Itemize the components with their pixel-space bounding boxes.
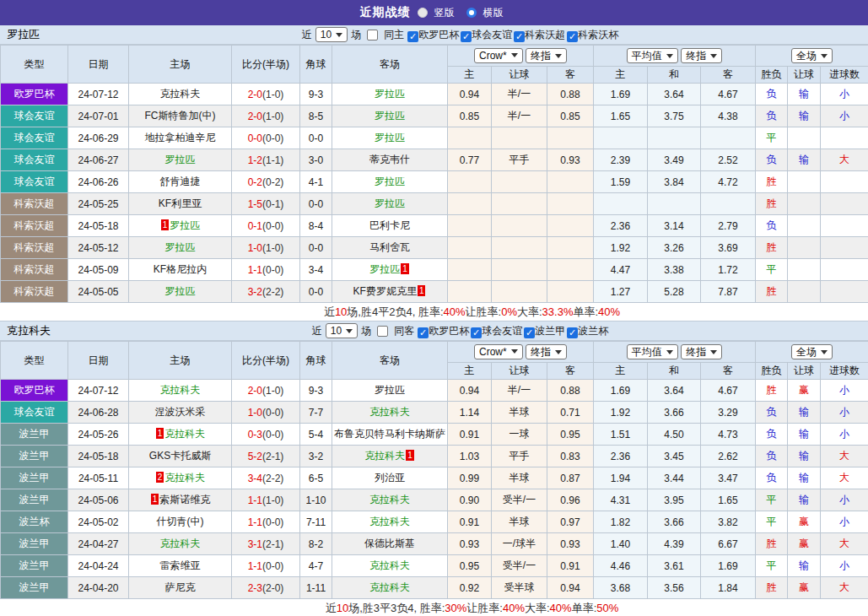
home-team-link[interactable]: 涅波沃米采	[155, 406, 206, 418]
away-team-link[interactable]: 克拉科夫	[369, 494, 410, 505]
horizontal-layout-label[interactable]: 横版	[483, 6, 504, 20]
home-team-link[interactable]: FC斯特鲁加(中)	[145, 110, 216, 122]
home-team-link[interactable]: 克拉科夫	[160, 384, 201, 396]
league-checkbox[interactable]: ✓	[471, 327, 482, 338]
home-team-link[interactable]: 索斯诺维克	[159, 494, 210, 505]
home-team-link[interactable]: 克拉科夫	[164, 428, 205, 440]
odds-home: 0.92	[448, 577, 492, 599]
match-date: 24-04-20	[68, 577, 129, 599]
home-cell: 舒肯迪捷	[129, 171, 232, 193]
league-checkbox[interactable]: ✓	[514, 31, 525, 42]
fulltime-score: 3-2	[248, 286, 262, 298]
home-team-link[interactable]: 舒肯迪捷	[160, 176, 201, 187]
away-team-link[interactable]: KF费罗妮克里	[353, 285, 417, 297]
league-checkbox[interactable]: ✓	[567, 31, 578, 42]
league-checkbox-label[interactable]: 球会友谊	[472, 29, 512, 41]
away-team-link[interactable]: 克拉科夫	[369, 406, 410, 418]
subcol-handicap: 让球	[492, 67, 547, 84]
match-count-select[interactable]: 10	[315, 27, 348, 42]
average-type-select[interactable]: 终指	[681, 48, 722, 63]
home-team-link[interactable]: 萨尼克	[165, 581, 196, 593]
away-team-link[interactable]: 蒂克韦什	[369, 154, 410, 165]
league-checkbox-label[interactable]: 波兰杯	[578, 325, 608, 337]
average-select[interactable]: 平均值	[627, 344, 678, 359]
scope-select[interactable]: 全场	[791, 344, 833, 359]
match-count-select[interactable]: 10	[326, 323, 358, 338]
away-team-link[interactable]: 克拉科夫	[364, 450, 405, 462]
league-checkbox-label[interactable]: 科索沃超	[525, 29, 565, 41]
home-team-link[interactable]: 什切青(中)	[157, 516, 204, 527]
average-select[interactable]: 平均值	[627, 48, 678, 63]
away-team-link[interactable]: 罗拉匹	[375, 197, 405, 209]
league-checkbox[interactable]: ✓	[567, 327, 578, 338]
home-cell: 2克拉科夫	[129, 467, 232, 489]
away-team-link[interactable]: 列治亚	[375, 472, 405, 484]
same-venue-label[interactable]: 同客	[394, 324, 414, 338]
corner-cell: 3-4	[300, 259, 332, 281]
league-checkbox[interactable]: ✓	[407, 31, 418, 42]
match-count-value: 10	[331, 325, 342, 337]
home-team-link[interactable]: GKS卡托威斯	[149, 450, 211, 462]
score-cell: 3-4(2-2)	[232, 467, 300, 489]
score-cell: 1-1(1-0)	[232, 489, 300, 511]
home-team-link[interactable]: 雷索维亚	[160, 559, 201, 571]
league-checkbox-label[interactable]: 球会友谊	[482, 325, 522, 337]
league-checkbox[interactable]: ✓	[524, 327, 535, 338]
same-venue-label[interactable]: 同主	[384, 28, 404, 42]
away-team-link[interactable]: 巴利卡尼	[369, 219, 410, 231]
result-handicap: 输	[788, 105, 821, 127]
league-checkbox[interactable]: ✓	[418, 327, 429, 338]
vertical-layout-radio[interactable]	[418, 8, 428, 18]
odds-company-select[interactable]: Crow*	[474, 344, 523, 359]
home-team-link[interactable]: KF格尼拉内	[154, 263, 207, 275]
away-team-link[interactable]: 罗拉匹	[375, 176, 405, 187]
home-team-link[interactable]: 克拉科夫	[160, 88, 201, 100]
odds-type-select[interactable]: 终指	[526, 48, 567, 63]
odds-type-select[interactable]: 终指	[526, 344, 567, 359]
away-team-link[interactable]: 克拉科夫	[369, 559, 410, 571]
league-checkbox-label[interactable]: 波兰甲	[535, 325, 565, 337]
league-checkbox-label[interactable]: 科索沃杯	[578, 29, 618, 41]
home-team-link[interactable]: KF利里亚	[159, 197, 202, 209]
team-section: 罗拉匹 近 10 场 同主 ✓欧罗巴杯 ✓球会友谊 ✓科索沃超 ✓科索沃杯	[0, 25, 868, 322]
games-label: 场	[361, 324, 371, 338]
league-checkbox[interactable]: ✓	[461, 31, 472, 42]
away-team-link[interactable]: 马利舍瓦	[369, 241, 410, 253]
away-team-link[interactable]: 保德比斯基	[364, 538, 415, 549]
fulltime-score: 5-2	[248, 451, 262, 462]
col-corner: 角球	[300, 342, 332, 380]
home-cell: KF格尼拉内	[129, 259, 232, 281]
home-team-link[interactable]: 罗拉匹	[165, 241, 196, 253]
home-team-link[interactable]: 克拉科夫	[164, 472, 205, 484]
match-count-value: 10	[321, 29, 332, 41]
vertical-layout-label[interactable]: 竖版	[434, 6, 455, 20]
average-type-select[interactable]: 终指	[681, 344, 722, 359]
away-team-link[interactable]: 罗拉匹	[375, 132, 405, 143]
home-team-link[interactable]: 克拉科夫	[160, 538, 201, 549]
league-checkbox-label[interactable]: 欧罗巴杯	[429, 325, 469, 337]
odds-company-select[interactable]: Crow*	[474, 48, 523, 63]
same-venue-checkbox[interactable]	[367, 30, 378, 41]
away-team-link[interactable]: 罗拉匹	[375, 88, 405, 100]
home-team-link[interactable]: 罗拉匹	[165, 285, 196, 297]
avg-home: 1.51	[594, 424, 648, 446]
horizontal-layout-radio[interactable]	[466, 8, 477, 18]
home-team-link[interactable]: 罗拉匹	[165, 154, 196, 165]
scope-dropdown-group: 全场	[756, 342, 868, 363]
table-row: 波兰甲 24-05-06 1索斯诺维克 1-1(1-0) 1-10 克拉科夫 0…	[1, 489, 868, 511]
away-team-link[interactable]: 克拉科夫	[369, 516, 410, 527]
scope-select[interactable]: 全场	[791, 48, 833, 63]
away-team-link[interactable]: 罗拉匹	[375, 384, 405, 396]
home-team-link[interactable]: 罗拉匹	[170, 219, 200, 231]
away-team-link[interactable]: 罗拉匹	[375, 110, 405, 122]
subcol-avg-away: 客	[701, 363, 756, 380]
away-team-link[interactable]: 罗拉匹	[369, 263, 400, 275]
away-team-link[interactable]: 布鲁克贝特马利卡纳斯萨	[334, 428, 445, 440]
col-date: 日期	[68, 342, 129, 380]
home-team-link[interactable]: 地拉拿柏迪辛尼	[145, 132, 216, 143]
league-checkbox-label[interactable]: 欧罗巴杯	[418, 29, 459, 41]
league-filter-1: ✓球会友谊	[471, 324, 522, 338]
away-team-link[interactable]: 克拉科夫	[369, 581, 410, 593]
same-venue-checkbox[interactable]	[377, 326, 388, 337]
away-cell: 罗拉匹	[332, 84, 448, 105]
